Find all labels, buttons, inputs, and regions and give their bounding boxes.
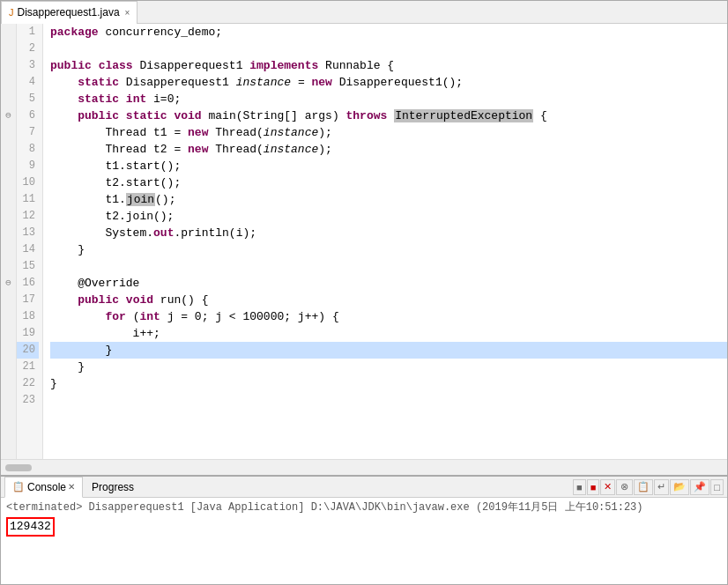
console-content[interactable]: <terminated> Disapperequest1 [Java Appli… [1,498,727,585]
tab-console[interactable]: 📋 Console ✕ [4,477,83,498]
stop-button[interactable]: ■ [587,479,600,495]
line-marker: ⊖ [1,107,16,124]
line-marker [1,57,16,74]
code-line [50,41,727,57]
line-marker [1,225,16,241]
code-line: i++; [50,325,727,342]
code-view: ⊖⊖ 1234567891011121314151617181920212223… [1,24,727,459]
file-tab-label: Disapperequest1.java [18,6,120,19]
line-number: 19 [17,325,39,342]
code-line: package concurrency_demo; [50,24,727,41]
line-marker [1,359,16,375]
line-number: 7 [17,124,39,141]
line-number: 14 [17,241,39,258]
code-line: System.out.println(i); [50,225,727,241]
line-marker [1,141,16,158]
code-line: for (int j = 0; j < 100000; j++) { [50,308,727,325]
line-number: 12 [17,208,39,225]
clear-console-button[interactable]: ■ [573,479,586,495]
marker-col: ⊖⊖ [1,24,17,459]
line-marker [1,325,16,342]
code-line: public static void main(String[] args) t… [50,107,727,124]
scroll-lock-button[interactable]: 📋 [634,479,653,495]
line-marker [1,124,16,141]
line-marker: ⊖ [1,275,16,292]
line-marker [1,392,16,409]
line-number: 13 [17,225,39,241]
line-number: 8 [17,141,39,158]
line-numbers: 1234567891011121314151617181920212223 [17,24,43,459]
word-wrap-button[interactable]: ↵ [654,479,669,495]
code-line: public class Disapperequest1 implements … [50,57,727,74]
line-marker [1,24,16,41]
code-line: } [50,359,727,375]
terminated-line: <terminated> Disapperequest1 [Java Appli… [6,500,722,515]
console-tab-bar: 📋 Console ✕ Progress ■ ■ ✕ ⊗ 📋 ↵ 📂 📌 □ [1,477,727,498]
open-console-button[interactable]: 📂 [670,479,689,495]
line-marker [1,292,16,308]
console-tab-label: Console [27,481,66,493]
code-line: t2.start(); [50,174,727,191]
line-number: 1 [17,24,39,41]
console-tab-id: ✕ [68,482,75,492]
tab-bar: J Disapperequest1.java × [1,1,727,24]
line-number: 18 [17,308,39,325]
line-marker [1,74,16,91]
console-tab-icon: 📋 [12,481,25,492]
code-line [50,258,727,275]
code-line: t2.join(); [50,208,727,225]
tab-progress[interactable]: Progress [85,477,141,498]
code-line: public void run() { [50,292,727,308]
pin-button[interactable]: 📌 [690,479,709,495]
file-tab[interactable]: J Disapperequest1.java × [1,1,137,24]
line-marker [1,241,16,258]
line-number: 23 [17,392,39,409]
horizontal-scrollbar[interactable] [1,459,727,475]
line-number: 9 [17,158,39,174]
line-number: 2 [17,41,39,57]
line-number: 22 [17,375,39,392]
line-marker [1,41,16,57]
code-line: t1.start(); [50,158,727,174]
line-number: 21 [17,359,39,375]
line-number: 3 [17,57,39,74]
line-number: 5 [17,91,39,107]
line-marker [1,258,16,275]
code-line [50,392,727,409]
file-tab-icon: J [9,7,14,18]
console-toolbar: ■ ■ ✕ ⊗ 📋 ↵ 📂 📌 □ [573,479,724,495]
scroll-thumb[interactable] [5,464,32,471]
line-number: 15 [17,258,39,275]
line-marker [1,191,16,208]
line-number: 20 [17,342,39,359]
line-number: 6 [17,107,39,124]
app-container: J Disapperequest1.java × ⊖⊖ 123456789101… [0,0,728,585]
editor-area: J Disapperequest1.java × ⊖⊖ 123456789101… [1,1,727,477]
console-area: 📋 Console ✕ Progress ■ ■ ✕ ⊗ 📋 ↵ 📂 📌 □ [1,477,727,585]
code-line: @Override [50,275,727,292]
code-line: } [50,342,727,359]
line-number: 11 [17,191,39,208]
code-line: t1.join(); [50,191,727,208]
line-marker [1,375,16,392]
output-value: 129432 [6,517,55,537]
line-marker [1,158,16,174]
tab-close-icon[interactable]: × [125,8,130,18]
line-marker [1,174,16,191]
line-number: 4 [17,74,39,91]
code-line: Thread t1 = new Thread(instance); [50,124,727,141]
code-line: } [50,241,727,258]
terminate-button[interactable]: ✕ [600,479,615,495]
line-marker [1,308,16,325]
output-line: 129432 [6,517,722,537]
progress-tab-label: Progress [92,481,134,493]
line-marker [1,342,16,359]
remove-all-button[interactable]: ⊗ [616,479,633,495]
line-number: 17 [17,292,39,308]
maximize-button[interactable]: □ [710,479,724,495]
code-text[interactable]: package concurrency_demo;public class Di… [43,24,727,459]
line-marker [1,91,16,107]
line-number: 10 [17,174,39,191]
line-number: 16 [17,275,39,292]
code-line: Thread t2 = new Thread(instance); [50,141,727,158]
